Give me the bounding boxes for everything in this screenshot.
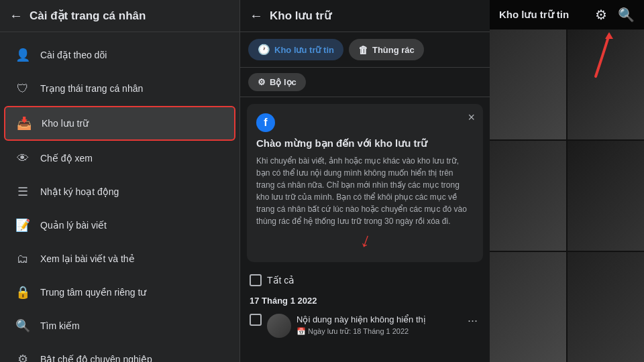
item-checkbox[interactable] xyxy=(250,314,262,326)
gear-button[interactable]: ⚙ xyxy=(595,7,607,23)
menu-icon-quan-ly: 📝 xyxy=(13,216,32,235)
tab-label-kho-luu-tru-tin: Kho lưu trữ tin xyxy=(274,45,334,55)
photo-cell-6 xyxy=(568,252,644,362)
right-panel: Kho lưu trữ tin ⚙ 🔍 xyxy=(490,0,644,362)
right-header-icons: ⚙ 🔍 xyxy=(595,7,635,23)
tab-icon-kho-luu-tru-tin: 🕐 xyxy=(258,44,270,56)
right-panel-title: Kho lưu trữ tin xyxy=(499,9,569,21)
sidebar-item-chuyen-nghiep[interactable]: ⚙ Bật chế độ chuyên nghiệp xyxy=(4,343,235,362)
tab-kho-luu-tru-tin[interactable]: 🕐 Kho lưu trữ tin xyxy=(248,39,343,60)
facebook-icon: f xyxy=(256,113,275,132)
photo-cell-1 xyxy=(490,29,566,139)
welcome-card: × f Chào mừng bạn đến với kho lưu trữ Kh… xyxy=(247,104,483,262)
left-header: ← Cài đặt trang cá nhân xyxy=(0,0,239,32)
left-panel-title: Cài đặt trang cá nhân xyxy=(30,9,146,23)
menu-label-nhat-ky: Nhật ký hoạt động xyxy=(40,186,119,197)
sidebar-item-che-do-xem[interactable]: 👁 Chế độ xem xyxy=(4,142,235,174)
menu-icon-xem-lai: 🗂 xyxy=(13,249,32,268)
content-thumbnail xyxy=(267,314,291,338)
menu-label-xem-lai: Xem lại bài viết và thẻ xyxy=(40,253,135,264)
welcome-card-title: Chào mừng bạn đến với kho lưu trữ xyxy=(256,137,474,149)
content-more-button[interactable]: ··· xyxy=(465,314,480,328)
right-panel-header: Kho lưu trữ tin ⚙ 🔍 xyxy=(490,0,644,29)
select-all-checkbox[interactable] xyxy=(250,274,262,286)
menu-icon-trang-thai: 🛡 xyxy=(13,79,32,98)
welcome-card-close-button[interactable]: × xyxy=(468,111,475,125)
tab-bar: 🕐 Kho lưu trữ tin🗑 Thùng rác xyxy=(240,32,490,68)
date-section: 17 Tháng 1 2022 xyxy=(240,292,490,308)
middle-back-arrow[interactable]: ← xyxy=(250,8,263,23)
tab-thung-rac[interactable]: 🗑 Thùng rác xyxy=(349,39,424,60)
sidebar-item-trang-thai[interactable]: 🛡 Trạng thái trang cá nhân xyxy=(4,72,235,105)
menu-label-tim-kiem: Tìm kiếm xyxy=(40,320,80,331)
filter-icon: ⚙ xyxy=(258,77,266,87)
menu-label-trang-thai: Trạng thái trang cá nhân xyxy=(40,83,143,94)
left-panel: ← Cài đặt trang cá nhân 👤 Cài đặt theo d… xyxy=(0,0,239,362)
content-sub-text: 📅 Ngày lưu trữ: 18 Tháng 1 2022 xyxy=(297,327,460,336)
sidebar-item-quan-ly[interactable]: 📝 Quản lý bài viết xyxy=(4,209,235,241)
filter-label: Bộ lọc xyxy=(270,77,297,87)
menu-label-chuyen-nghiep: Bật chế độ chuyên nghiệp xyxy=(40,354,152,362)
sidebar-item-kho-luu-tru[interactable]: 📥 Kho lưu trữ xyxy=(4,106,235,141)
photo-cell-5 xyxy=(490,252,566,362)
welcome-card-body: Khi chuyển bài viết, ảnh hoặc mục khác v… xyxy=(256,155,474,227)
photo-cell-2 xyxy=(568,29,644,139)
menu-label-che-do-xem: Chế độ xem xyxy=(40,153,93,164)
content-main-text: Nội dung này hiện không hiển thị xyxy=(297,314,460,326)
filter-bar: ⚙ Bộ lọc xyxy=(240,68,490,97)
search-button[interactable]: 🔍 xyxy=(618,7,635,23)
sidebar-item-quyen-rieng[interactable]: 🔒 Trung tâm quyền riêng tư xyxy=(4,276,235,308)
date-label: 17 Tháng 1 2022 xyxy=(250,296,480,306)
content-item: Nội dung này hiện không hiển thị 📅 Ngày … xyxy=(240,308,490,343)
menu-icon-chuyen-nghiep: ⚙ xyxy=(13,350,32,362)
menu-icon-nhat-ky: ☰ xyxy=(13,182,32,201)
menu-label-quyen-rieng: Trung tâm quyền riêng tư xyxy=(40,287,146,298)
menu-icon-kho-luu-tru: 📥 xyxy=(15,114,34,133)
menu-list: 👤 Cài đặt theo dõi 🛡 Trạng thái trang cá… xyxy=(0,32,239,362)
photo-cell-3 xyxy=(490,141,566,251)
menu-icon-theo-doi: 👤 xyxy=(13,46,32,64)
middle-header: ← Kho lưu trữ xyxy=(240,0,490,32)
sidebar-item-theo-doi[interactable]: 👤 Cài đặt theo dõi xyxy=(4,39,235,71)
menu-label-quan-ly: Quản lý bài viết xyxy=(40,220,107,231)
menu-icon-che-do-xem: 👁 xyxy=(13,149,32,168)
menu-label-theo-doi: Cài đặt theo dõi xyxy=(40,50,107,60)
sidebar-item-nhat-ky[interactable]: ☰ Nhật ký hoạt động xyxy=(4,176,235,208)
red-arrow-up: ↑ xyxy=(356,230,374,255)
menu-icon-tim-kiem: 🔍 xyxy=(13,316,32,335)
sidebar-item-xem-lai[interactable]: 🗂 Xem lại bài viết và thẻ xyxy=(4,243,235,275)
select-all-row: Tất cả xyxy=(240,269,490,292)
middle-panel: ← Kho lưu trữ 🕐 Kho lưu trữ tin🗑 Thùng r… xyxy=(239,0,490,362)
menu-label-kho-luu-tru: Kho lưu trữ xyxy=(42,118,89,129)
photo-grid xyxy=(490,0,644,362)
photo-cell-4 xyxy=(568,141,644,251)
content-text-wrap: Nội dung này hiện không hiển thị 📅 Ngày … xyxy=(297,314,460,336)
sidebar-item-tim-kiem[interactable]: 🔍 Tìm kiếm xyxy=(4,310,235,342)
select-all-label: Tất cả xyxy=(267,275,294,286)
middle-panel-title: Kho lưu trữ xyxy=(270,9,480,23)
tab-label-thung-rac: Thùng rác xyxy=(372,45,415,55)
left-back-arrow[interactable]: ← xyxy=(9,8,23,23)
filter-button[interactable]: ⚙ Bộ lọc xyxy=(248,73,306,91)
tab-icon-thung-rac: 🗑 xyxy=(358,44,368,56)
menu-icon-quyen-rieng: 🔒 xyxy=(13,283,32,302)
